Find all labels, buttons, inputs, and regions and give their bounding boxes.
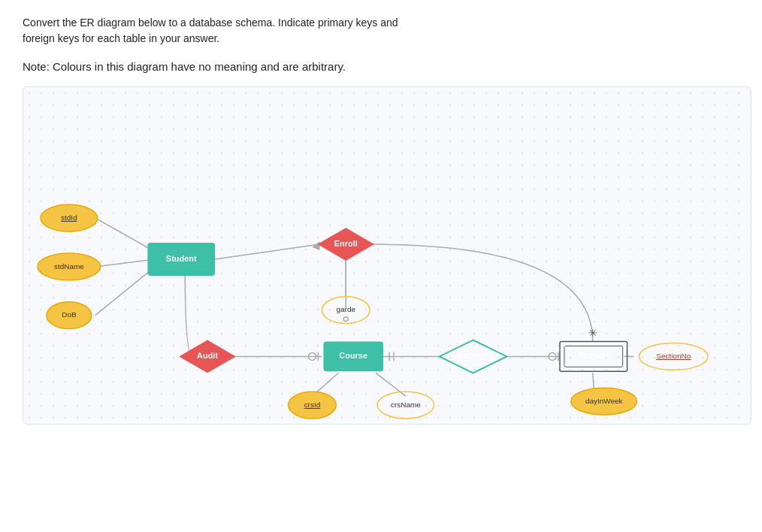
- line-stdid-student: [95, 218, 156, 252]
- line-crsname-course: [376, 373, 406, 396]
- weak-entity-marker: ✳: [588, 327, 597, 339]
- diagram-svg: ✳ stdId stdName DoB garde crsId crsName …: [23, 87, 751, 424]
- entity-student-label: Student: [166, 254, 197, 263]
- attr-sectionno-label: SectionNo: [656, 352, 691, 360]
- arrow-student-enroll: [312, 241, 319, 250]
- attr-dayinweek-label: dayInWeek: [585, 397, 623, 405]
- attr-crsname-label: crsName: [391, 401, 421, 409]
- line-student-enroll: [215, 244, 319, 259]
- instruction-line1: Convert the ER diagram below to a databa…: [23, 15, 549, 31]
- attr-stdname-label: stdName: [54, 262, 84, 271]
- entity-audit-label: Audit: [197, 351, 218, 360]
- line-enroll-section: [372, 244, 593, 341]
- er-diagram: ✳ stdId stdName DoB garde crsId crsName …: [23, 86, 751, 425]
- attr-crsid-label: crsId: [304, 401, 321, 409]
- attr-dob-label: DoB: [62, 310, 77, 319]
- instructions: Convert the ER diagram below to a databa…: [23, 15, 549, 47]
- instruction-line2: foreign keys for each table in your answ…: [23, 31, 549, 47]
- line-stdname-student: [95, 259, 156, 267]
- note-text: Note: Colours in this diagram have no me…: [23, 60, 739, 73]
- line-student-audit: [185, 267, 192, 356]
- entity-section-label: Section: [579, 351, 609, 360]
- attr-stdid-label: stdId: [61, 213, 77, 222]
- entity-course-label: Course: [339, 351, 367, 360]
- attr-garde-label: garde: [337, 305, 356, 313]
- circle-garde: [343, 317, 348, 322]
- line-dob-student: [95, 267, 156, 316]
- entity-enroll-label: Enroll: [334, 239, 358, 248]
- entity-relationship-label: Relationship: [449, 351, 498, 360]
